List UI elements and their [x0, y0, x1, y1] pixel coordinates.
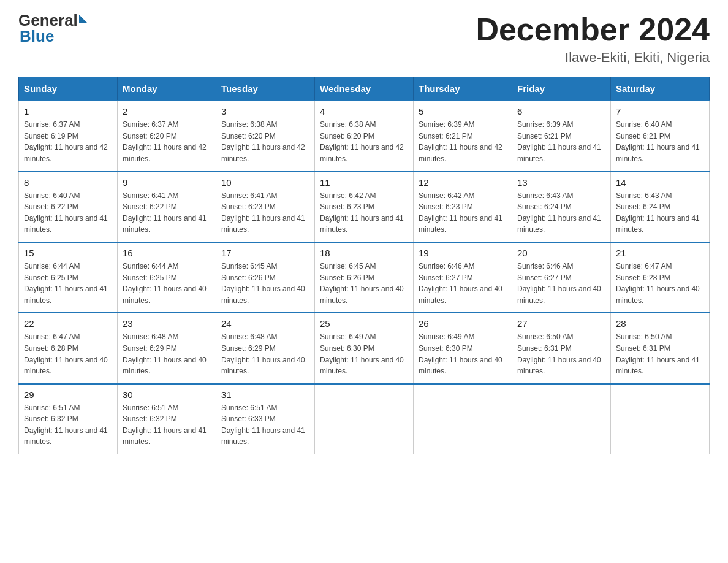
calendar-day-header: Sunday: [19, 77, 118, 101]
day-info: Sunrise: 6:51 AMSunset: 6:32 PMDaylight:…: [24, 404, 108, 446]
day-info: Sunrise: 6:49 AMSunset: 6:30 PMDaylight:…: [320, 332, 404, 375]
day-number: 19: [419, 248, 507, 258]
calendar-day-cell: 22Sunrise: 6:47 AMSunset: 6:28 PMDayligh…: [19, 313, 118, 383]
calendar-week-row: 8Sunrise: 6:40 AMSunset: 6:22 PMDaylight…: [19, 172, 710, 242]
day-info: Sunrise: 6:37 AMSunset: 6:20 PMDaylight:…: [123, 120, 207, 163]
calendar-day-header: Friday: [512, 77, 611, 101]
calendar-day-cell: 26Sunrise: 6:49 AMSunset: 6:30 PMDayligh…: [414, 313, 512, 383]
day-number: 1: [24, 106, 112, 117]
calendar-week-row: 29Sunrise: 6:51 AMSunset: 6:32 PMDayligh…: [19, 384, 710, 454]
day-info: Sunrise: 6:47 AMSunset: 6:28 PMDaylight:…: [616, 262, 700, 305]
day-number: 27: [517, 318, 605, 329]
calendar-day-cell: 10Sunrise: 6:41 AMSunset: 6:23 PMDayligh…: [216, 172, 315, 242]
calendar-header-row: SundayMondayTuesdayWednesdayThursdayFrid…: [19, 77, 710, 101]
day-info: Sunrise: 6:47 AMSunset: 6:28 PMDaylight:…: [24, 332, 108, 375]
calendar-day-header: Monday: [118, 77, 216, 101]
calendar-day-cell: 9Sunrise: 6:41 AMSunset: 6:22 PMDaylight…: [118, 172, 216, 242]
calendar-week-row: 22Sunrise: 6:47 AMSunset: 6:28 PMDayligh…: [19, 313, 710, 383]
calendar-day-cell: [414, 384, 512, 454]
calendar-day-cell: [611, 384, 710, 454]
day-number: 9: [123, 177, 211, 188]
calendar-day-cell: 1Sunrise: 6:37 AMSunset: 6:19 PMDaylight…: [19, 101, 118, 171]
day-info: Sunrise: 6:40 AMSunset: 6:22 PMDaylight:…: [24, 191, 108, 234]
day-info: Sunrise: 6:48 AMSunset: 6:29 PMDaylight:…: [123, 332, 207, 375]
title-section: December 2024 Ilawe-Ekiti, Ekiti, Nigeri…: [476, 12, 710, 66]
day-number: 26: [419, 318, 507, 329]
day-info: Sunrise: 6:46 AMSunset: 6:27 PMDaylight:…: [419, 262, 502, 305]
day-number: 23: [123, 318, 211, 329]
day-number: 21: [616, 248, 704, 258]
day-number: 10: [221, 177, 309, 188]
calendar-day-cell: 28Sunrise: 6:50 AMSunset: 6:31 PMDayligh…: [611, 313, 710, 383]
calendar-day-cell: 21Sunrise: 6:47 AMSunset: 6:28 PMDayligh…: [611, 242, 710, 313]
logo-line1: General: [18, 12, 88, 28]
calendar-day-cell: 29Sunrise: 6:51 AMSunset: 6:32 PMDayligh…: [19, 384, 118, 454]
day-number: 28: [616, 318, 704, 329]
day-info: Sunrise: 6:40 AMSunset: 6:21 PMDaylight:…: [616, 120, 700, 163]
day-number: 5: [419, 106, 507, 117]
day-info: Sunrise: 6:38 AMSunset: 6:20 PMDaylight:…: [221, 120, 305, 163]
day-info: Sunrise: 6:39 AMSunset: 6:21 PMDaylight:…: [517, 120, 601, 163]
day-info: Sunrise: 6:39 AMSunset: 6:21 PMDaylight:…: [419, 120, 502, 163]
calendar-day-cell: 8Sunrise: 6:40 AMSunset: 6:22 PMDaylight…: [19, 172, 118, 242]
calendar-day-cell: 17Sunrise: 6:45 AMSunset: 6:26 PMDayligh…: [216, 242, 315, 313]
logo-general-text: General: [18, 12, 78, 28]
logo-arrow-icon: [79, 15, 88, 23]
logo: General Blue: [18, 12, 88, 44]
day-number: 18: [320, 248, 408, 258]
calendar-day-cell: 3Sunrise: 6:38 AMSunset: 6:20 PMDaylight…: [216, 101, 315, 171]
day-number: 6: [517, 106, 605, 117]
calendar-day-header: Thursday: [414, 77, 512, 101]
day-info: Sunrise: 6:43 AMSunset: 6:24 PMDaylight:…: [517, 191, 601, 234]
calendar-day-cell: 15Sunrise: 6:44 AMSunset: 6:25 PMDayligh…: [19, 242, 118, 313]
day-info: Sunrise: 6:51 AMSunset: 6:32 PMDaylight:…: [123, 404, 207, 446]
calendar-day-cell: 23Sunrise: 6:48 AMSunset: 6:29 PMDayligh…: [118, 313, 216, 383]
calendar-day-cell: 20Sunrise: 6:46 AMSunset: 6:27 PMDayligh…: [512, 242, 611, 313]
calendar-day-cell: 27Sunrise: 6:50 AMSunset: 6:31 PMDayligh…: [512, 313, 611, 383]
page-header: General Blue December 2024 Ilawe-Ekiti, …: [18, 12, 710, 66]
day-number: 24: [221, 318, 309, 329]
location-subtitle: Ilawe-Ekiti, Ekiti, Nigeria: [476, 50, 710, 66]
day-info: Sunrise: 6:51 AMSunset: 6:33 PMDaylight:…: [221, 404, 305, 446]
day-info: Sunrise: 6:48 AMSunset: 6:29 PMDaylight:…: [221, 332, 305, 375]
day-number: 15: [24, 248, 112, 258]
day-info: Sunrise: 6:50 AMSunset: 6:31 PMDaylight:…: [616, 332, 700, 375]
day-number: 4: [320, 106, 408, 117]
day-number: 11: [320, 177, 408, 188]
calendar-day-cell: 16Sunrise: 6:44 AMSunset: 6:25 PMDayligh…: [118, 242, 216, 313]
calendar-day-cell: 24Sunrise: 6:48 AMSunset: 6:29 PMDayligh…: [216, 313, 315, 383]
day-info: Sunrise: 6:45 AMSunset: 6:26 PMDaylight:…: [320, 262, 404, 305]
day-number: 31: [221, 389, 309, 400]
calendar-day-cell: 11Sunrise: 6:42 AMSunset: 6:23 PMDayligh…: [315, 172, 414, 242]
day-number: 13: [517, 177, 605, 188]
calendar-day-header: Saturday: [611, 77, 710, 101]
calendar-day-cell: 13Sunrise: 6:43 AMSunset: 6:24 PMDayligh…: [512, 172, 611, 242]
day-info: Sunrise: 6:44 AMSunset: 6:25 PMDaylight:…: [123, 262, 207, 305]
calendar-day-cell: [315, 384, 414, 454]
day-number: 17: [221, 248, 309, 258]
calendar-day-cell: 14Sunrise: 6:43 AMSunset: 6:24 PMDayligh…: [611, 172, 710, 242]
calendar-day-cell: 19Sunrise: 6:46 AMSunset: 6:27 PMDayligh…: [414, 242, 512, 313]
day-info: Sunrise: 6:41 AMSunset: 6:22 PMDaylight:…: [123, 191, 207, 234]
day-info: Sunrise: 6:42 AMSunset: 6:23 PMDaylight:…: [419, 191, 502, 234]
calendar-day-cell: 25Sunrise: 6:49 AMSunset: 6:30 PMDayligh…: [315, 313, 414, 383]
calendar-day-cell: 30Sunrise: 6:51 AMSunset: 6:32 PMDayligh…: [118, 384, 216, 454]
day-number: 3: [221, 106, 309, 117]
calendar-day-cell: 7Sunrise: 6:40 AMSunset: 6:21 PMDaylight…: [611, 101, 710, 171]
day-info: Sunrise: 6:42 AMSunset: 6:23 PMDaylight:…: [320, 191, 404, 234]
day-info: Sunrise: 6:46 AMSunset: 6:27 PMDaylight:…: [517, 262, 601, 305]
calendar-day-header: Wednesday: [315, 77, 414, 101]
day-info: Sunrise: 6:43 AMSunset: 6:24 PMDaylight:…: [616, 191, 700, 234]
calendar-day-cell: 12Sunrise: 6:42 AMSunset: 6:23 PMDayligh…: [414, 172, 512, 242]
calendar-day-header: Tuesday: [216, 77, 315, 101]
day-number: 25: [320, 318, 408, 329]
day-number: 29: [24, 389, 112, 400]
day-info: Sunrise: 6:49 AMSunset: 6:30 PMDaylight:…: [419, 332, 502, 375]
day-info: Sunrise: 6:38 AMSunset: 6:20 PMDaylight:…: [320, 120, 404, 163]
day-number: 16: [123, 248, 211, 258]
day-number: 8: [24, 177, 112, 188]
day-number: 2: [123, 106, 211, 117]
calendar-day-cell: 4Sunrise: 6:38 AMSunset: 6:20 PMDaylight…: [315, 101, 414, 171]
calendar-day-cell: 2Sunrise: 6:37 AMSunset: 6:20 PMDaylight…: [118, 101, 216, 171]
calendar-week-row: 1Sunrise: 6:37 AMSunset: 6:19 PMDaylight…: [19, 101, 710, 171]
